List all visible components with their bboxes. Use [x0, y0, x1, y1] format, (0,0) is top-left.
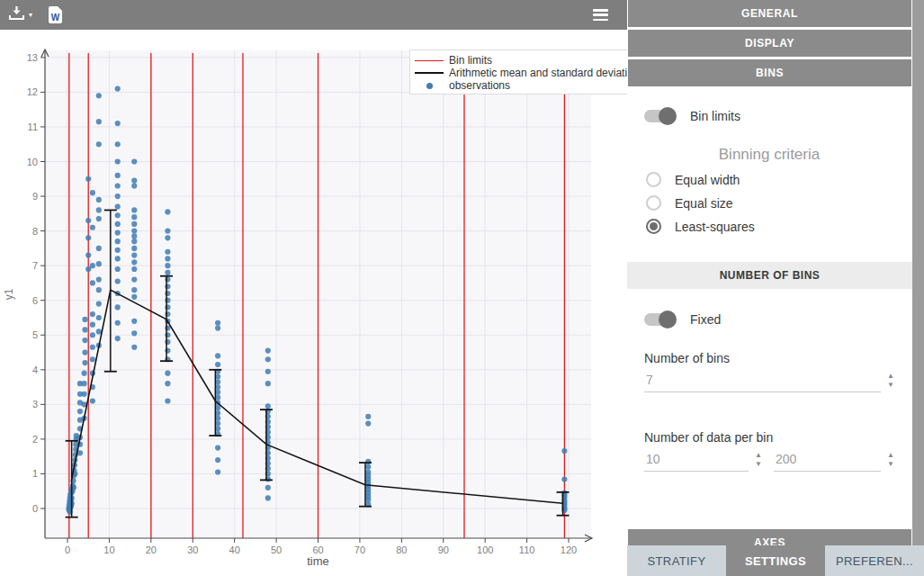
export-word-button[interactable]: W — [40, 0, 70, 30]
number-of-bins-input[interactable]: 7 — [644, 371, 881, 392]
radio-equal-size[interactable]: Equal size — [627, 195, 924, 211]
svg-text:8: 8 — [32, 226, 38, 237]
bin-limits-toggle-label: Bin limits — [690, 109, 740, 123]
plot-toolbar: ▾ W — [0, 0, 627, 30]
hamburger-menu-icon — [593, 9, 608, 21]
binning-criteria-title: Binning criteria — [627, 146, 924, 164]
section-bins[interactable]: BINS — [628, 59, 911, 86]
svg-text:80: 80 — [396, 544, 407, 555]
svg-text:100: 100 — [477, 544, 493, 555]
legend-item-mean: Arithmetic mean and standard deviation — [415, 67, 627, 79]
number-of-bins-row: 7 ▲ ▼ — [627, 371, 924, 392]
svg-text:y1: y1 — [3, 288, 15, 300]
spinner-up-icon[interactable]: ▲ — [887, 452, 894, 459]
radio-least-squares[interactable]: Least-squares — [627, 219, 924, 234]
data-per-bin-max-input[interactable]: 200 — [774, 450, 881, 472]
svg-text:90: 90 — [438, 544, 449, 555]
number-of-bins-spinner[interactable]: ▲ ▼ — [887, 373, 894, 392]
word-file-icon: W — [49, 6, 62, 23]
radio-selected-icon — [646, 219, 661, 234]
legend-item-observations: observations — [415, 79, 627, 92]
section-general[interactable]: GENERAL — [628, 0, 911, 27]
svg-text:120: 120 — [561, 544, 577, 555]
svg-text:20: 20 — [146, 544, 157, 555]
fixed-toggle[interactable] — [644, 313, 675, 326]
panel-tabbar: STRATIFY SETTINGS PREFEREN... — [627, 545, 924, 576]
fixed-toggle-row: Fixed — [627, 312, 924, 327]
download-icon — [8, 5, 25, 24]
svg-text:10: 10 — [103, 544, 114, 555]
export-chart-button[interactable]: ▾ — [0, 0, 40, 30]
svg-text:110: 110 — [519, 544, 535, 555]
svg-text:10: 10 — [27, 157, 38, 167]
data-per-bin-row: 10 ▲ ▼ 200 ▲ ▼ — [627, 450, 924, 472]
svg-text:70: 70 — [354, 544, 365, 555]
radio-circle-icon — [646, 172, 661, 187]
svg-text:time: time — [307, 554, 329, 568]
bin-limits-toggle-row: Bin limits — [627, 109, 924, 123]
svg-text:12: 12 — [27, 86, 38, 97]
legend-item-bin-limits: Bin limits — [415, 54, 627, 67]
svg-text:30: 30 — [187, 544, 198, 555]
spinner-up-icon[interactable]: ▲ — [887, 373, 894, 380]
svg-text:3: 3 — [32, 399, 38, 410]
svg-text:9: 9 — [32, 191, 38, 202]
svg-text:0: 0 — [32, 503, 38, 514]
tab-settings[interactable]: SETTINGS — [726, 545, 825, 576]
settings-panel: GENERAL DISPLAY BINS Bin limits Binning … — [627, 0, 924, 576]
svg-text:0: 0 — [65, 544, 70, 555]
spinner-down-icon[interactable]: ▼ — [755, 461, 762, 468]
legend-label: Bin limits — [449, 54, 492, 67]
data-per-bin-min-input[interactable]: 10 — [644, 450, 749, 472]
black-line-swatch — [415, 72, 444, 74]
radio-label: Least-squares — [675, 220, 755, 234]
svg-text:2: 2 — [32, 434, 38, 445]
svg-text:50: 50 — [271, 544, 282, 555]
section-display[interactable]: DISPLAY — [628, 30, 911, 57]
tab-preferences[interactable]: PREFEREN... — [825, 545, 924, 576]
plot-menu-button[interactable] — [585, 0, 616, 30]
blue-dot-swatch — [415, 83, 444, 89]
svg-text:11: 11 — [28, 122, 38, 132]
bin-limits-toggle[interactable] — [644, 110, 675, 122]
svg-text:4: 4 — [32, 364, 38, 375]
chart-legend: Bin limits Arithmetic mean and standard … — [409, 50, 627, 94]
plot-pane: 0102030405060708090100110120012345678910… — [0, 0, 627, 576]
legend-label: observations — [449, 79, 510, 92]
svg-text:5: 5 — [32, 329, 38, 340]
svg-text:40: 40 — [229, 544, 240, 555]
radio-equal-width[interactable]: Equal width — [627, 172, 924, 187]
tab-stratify[interactable]: STRATIFY — [627, 545, 726, 576]
radio-label: Equal size — [675, 196, 733, 211]
svg-text:1: 1 — [32, 468, 38, 479]
number-of-bins-header: NUMBER OF BINS — [627, 262, 912, 289]
radio-label: Equal width — [675, 173, 740, 187]
panel-scrollbar[interactable] — [912, 0, 924, 545]
radio-circle-icon — [646, 195, 661, 211]
chevron-down-icon: ▾ — [29, 12, 32, 19]
svg-text:7: 7 — [32, 260, 38, 271]
fixed-toggle-label: Fixed — [690, 312, 721, 327]
data-per-bin-label: Number of data per bin — [627, 430, 924, 445]
spinner-up-icon[interactable]: ▲ — [755, 452, 762, 459]
number-of-bins-label: Number of bins — [627, 351, 924, 365]
svg-text:6: 6 — [32, 295, 38, 306]
data-per-bin-max-spinner[interactable]: ▲ ▼ — [887, 452, 894, 472]
svg-text:13: 13 — [27, 52, 38, 63]
legend-label: Arithmetic mean and standard deviation — [449, 67, 627, 79]
red-line-swatch — [415, 60, 444, 61]
spinner-down-icon[interactable]: ▼ — [887, 461, 894, 468]
app-window: 0102030405060708090100110120012345678910… — [0, 0, 924, 576]
data-per-bin-min-spinner[interactable]: ▲ ▼ — [755, 452, 762, 472]
spinner-down-icon[interactable]: ▼ — [887, 382, 894, 389]
